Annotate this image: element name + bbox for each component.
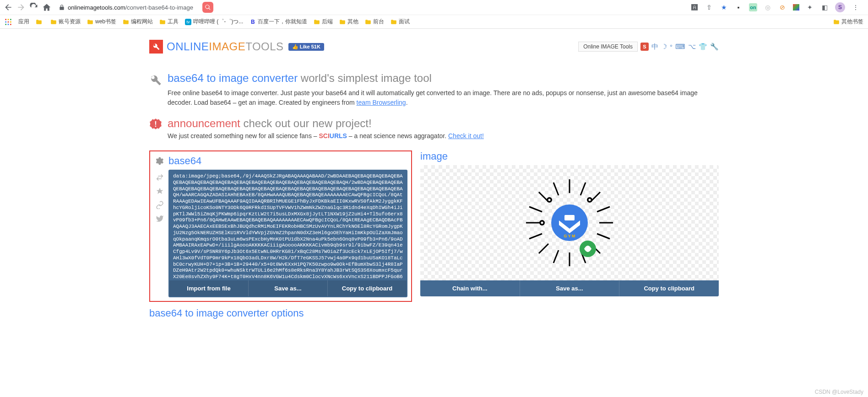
team-link[interactable]: team Browserling xyxy=(357,99,406,106)
sidepanel-icon[interactable]: ◧ xyxy=(820,3,829,11)
link-icon[interactable] xyxy=(156,201,164,209)
tool-description: Free online base64 to image converter. J… xyxy=(168,88,722,107)
copy-to-clipboard-button[interactable]: Copy to clipboard xyxy=(328,280,407,296)
svg-rect-3 xyxy=(5,21,6,22)
extension-icons: 🅰 ⇧ ★ ▪ on ◎ ⊘ ✦ ◧ S ⋮ xyxy=(690,2,864,12)
extensions-icon[interactable]: ✦ xyxy=(806,3,814,11)
page-content: ONLINEIMAGETOOLS 👍 Like 51K Online IMAGE… xyxy=(146,29,722,319)
svg-line-16 xyxy=(539,244,548,253)
twitter-icon[interactable] xyxy=(156,215,164,223)
svg-point-28 xyxy=(548,199,551,201)
url-text: onlineimagetools.com/convert-base64-to-i… xyxy=(68,4,193,11)
options-title: base64 to image converter options xyxy=(146,307,722,319)
bookmark-item[interactable]: 后端 xyxy=(314,18,333,26)
svg-line-19 xyxy=(580,182,586,195)
widget-icon[interactable]: ° xyxy=(670,43,673,51)
bookmark-item[interactable]: 编程网站 xyxy=(123,18,153,26)
bookmark-item[interactable]: 工具 xyxy=(159,18,179,26)
browser-toolbar: onlineimagetools.com/convert-base64-to-i… xyxy=(0,0,868,15)
svg-point-30 xyxy=(589,199,591,201)
base64-textarea[interactable]: data:image/jpeg;base64,/9j/4AAQSkZJRgABA… xyxy=(168,170,407,297)
nav-back-icon[interactable] xyxy=(4,3,13,12)
search-icon[interactable] xyxy=(202,2,213,13)
profile-avatar[interactable]: S xyxy=(835,2,845,12)
svg-rect-34 xyxy=(564,215,575,220)
svg-rect-6 xyxy=(5,24,6,25)
bookmark-item[interactable]: tv哔哩哔哩 (゜-゜)つ... xyxy=(185,18,243,26)
swap-icon[interactable] xyxy=(156,173,164,182)
browser-chrome: onlineimagetools.com/convert-base64-to-i… xyxy=(0,0,868,29)
ext-icon-3[interactable]: ◎ xyxy=(764,3,772,11)
spanner-icon[interactable]: 🔧 xyxy=(710,43,719,51)
other-bookmarks[interactable]: 其他书签 xyxy=(833,18,863,26)
svg-text:G Y M: G Y M xyxy=(564,234,575,238)
import-from-file-button[interactable]: Import from file xyxy=(169,280,249,296)
chain-with-button[interactable]: Chain with... xyxy=(420,280,520,296)
svg-rect-2 xyxy=(10,19,11,20)
widget-icon[interactable]: 中 xyxy=(651,43,658,51)
save-as-button[interactable]: Save as... xyxy=(520,280,620,296)
bookmark-item[interactable]: 其他 xyxy=(339,18,358,26)
input-button-bar: Import from file Save as... Copy to clip… xyxy=(169,280,407,296)
svg-line-23 xyxy=(597,207,610,212)
keyboard-icon[interactable]: ⌨ xyxy=(675,43,685,51)
image-output-area[interactable]: G Y M xyxy=(420,165,719,280)
svg-line-20 xyxy=(553,250,559,263)
fb-like-button[interactable]: 👍 Like 51K xyxy=(288,43,324,51)
bookmark-item[interactable]: 应用 xyxy=(18,18,29,26)
bookmark-item[interactable]: web书签 xyxy=(87,18,116,26)
svg-rect-0 xyxy=(5,19,6,20)
gear-icon[interactable] xyxy=(154,156,164,166)
output-button-bar: Chain with... Save as... Copy to clipboa… xyxy=(420,280,719,296)
star-icon[interactable]: ★ xyxy=(720,3,728,11)
save-as-button[interactable]: Save as... xyxy=(249,280,328,296)
announcement-icon: ! xyxy=(149,118,162,130)
ext-icon-4[interactable]: ⊘ xyxy=(778,3,787,11)
copy-to-clipboard-button[interactable]: Copy to clipboard xyxy=(619,280,719,296)
svg-rect-7 xyxy=(8,24,9,25)
top-widget: Online IMAGE Tools S 中 ☽ ° ⌨ ⌥ 👕 🔧 xyxy=(578,42,719,52)
translate-icon[interactable]: 🅰 xyxy=(690,3,699,11)
lock-icon xyxy=(59,4,65,11)
svg-rect-5 xyxy=(10,21,11,22)
ext-icon-2[interactable]: on xyxy=(749,3,757,11)
svg-rect-1 xyxy=(8,19,9,20)
converter-panels: base64 data:image/jpeg;base64,/9j/4AAQSk… xyxy=(146,150,722,302)
site-logo[interactable]: ONLINEIMAGETOOLS xyxy=(149,40,284,54)
output-panel-title: image xyxy=(420,150,719,162)
share-icon[interactable]: ⇧ xyxy=(705,3,713,11)
bookmark-item[interactable]: 面试 xyxy=(391,18,410,26)
bookmark-item[interactable]: 前台 xyxy=(365,18,384,26)
check-it-out-link[interactable]: Check it out! xyxy=(448,132,484,139)
sogou-icon[interactable]: S xyxy=(640,43,649,51)
widget-icon[interactable]: ⌥ xyxy=(688,43,696,51)
top-widget-label[interactable]: Online IMAGE Tools xyxy=(578,42,638,52)
nav-home-icon[interactable] xyxy=(42,3,51,12)
input-panel-title: base64 xyxy=(154,155,407,167)
output-panel: image xyxy=(420,150,719,302)
url-bar[interactable]: onlineimagetools.com/convert-base64-to-i… xyxy=(55,2,197,13)
announcement-body: We just created something new for all sc… xyxy=(168,132,722,139)
apps-icon[interactable] xyxy=(5,18,12,26)
nav-reload-icon[interactable] xyxy=(29,3,38,12)
svg-line-26 xyxy=(597,234,610,239)
base64-content[interactable]: data:image/jpeg;base64,/9j/4AAQSkZJRgABA… xyxy=(169,171,407,280)
bookmark-item[interactable]: 账号资源 xyxy=(50,18,81,26)
bookmark-item[interactable]: B百度一下，你就知道 xyxy=(250,18,307,26)
nav-forward-icon xyxy=(16,3,26,12)
ext-icon-1[interactable]: ▪ xyxy=(734,3,743,11)
svg-rect-4 xyxy=(8,21,9,22)
moon-icon[interactable]: ☽ xyxy=(661,43,667,51)
bookmarks-bar: 应用 账号资源 web书签 编程网站 工具 tv哔哩哔哩 (゜-゜)つ... B… xyxy=(0,15,868,28)
announcement-title: ! announcement check out our new project… xyxy=(146,117,722,132)
bookmark-item[interactable] xyxy=(36,19,44,25)
widget-icon[interactable]: 👕 xyxy=(699,43,707,51)
svg-line-24 xyxy=(529,234,542,239)
favorite-icon[interactable] xyxy=(156,187,164,195)
output-image-preview: G Y M xyxy=(517,170,622,275)
ext-icon-5[interactable] xyxy=(793,4,799,11)
svg-text:!: ! xyxy=(154,120,157,128)
menu-icon[interactable]: ⋮ xyxy=(852,3,860,11)
tool-title: base64 to image converter world's simple… xyxy=(146,72,722,88)
panel-side-icons xyxy=(154,170,166,297)
